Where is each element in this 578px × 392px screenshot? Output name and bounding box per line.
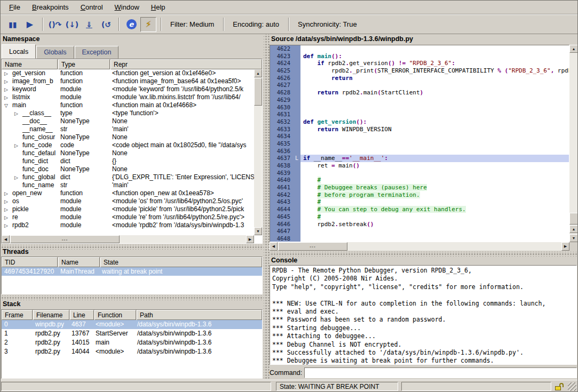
- goto-button[interactable]: ⇓: [81, 17, 97, 32]
- namespace-row[interactable]: ▷func_codecode<code object main at 0x180…: [2, 141, 254, 149]
- scroll-right-icon[interactable]: ▶: [561, 242, 569, 251]
- collapsed-arrow-icon[interactable]: ▷: [4, 86, 12, 93]
- scroll-left-icon[interactable]: ◀: [2, 235, 10, 243]
- encoding-button[interactable]: e: [123, 17, 139, 32]
- scroll-up-icon[interactable]: ▲: [254, 69, 262, 77]
- collapsed-arrow-icon[interactable]: ▷: [14, 110, 22, 117]
- source-vscroll-thumb[interactable]: [569, 213, 578, 225]
- stack-frame-row[interactable]: 2rpdb2.py14015main/data/sys/bin/winpdb-1…: [2, 338, 262, 347]
- column-header-type[interactable]: Type: [58, 59, 110, 69]
- source-line[interactable]: 4631: [270, 111, 569, 118]
- collapsed-arrow-icon[interactable]: ▷: [4, 70, 12, 77]
- collapsed-arrow-icon[interactable]: ▷: [4, 198, 12, 205]
- namespace-row[interactable]: func_defaulNoneTypeNone: [2, 149, 254, 157]
- column-header-state[interactable]: State: [100, 257, 262, 267]
- source-line[interactable]: 4645 #: [270, 213, 569, 221]
- namespace-row[interactable]: ▷keywordmodule<module 'keyword' from '/u…: [2, 85, 254, 93]
- source-vscrollbar[interactable]: ▲ ▲ ▼: [569, 45, 578, 242]
- namespace-row[interactable]: ▷listmixmodule<module 'wx.lib.mixins.lis…: [2, 93, 254, 101]
- namespace-row[interactable]: ▷__class__type<type 'function'>: [2, 109, 254, 117]
- source-line[interactable]: 4648: [270, 235, 569, 242]
- source-line[interactable]: 4646 rpdb2.setbreak(): [270, 221, 569, 228]
- namespace-row[interactable]: ▷image_from_bfunction<function image_fro…: [2, 77, 254, 85]
- threads-sash[interactable]: [0, 245, 264, 250]
- namespace-row[interactable]: ▷picklemodule<module 'pickle' from '/usr…: [2, 205, 254, 213]
- collapsed-arrow-icon[interactable]: ▷: [4, 206, 12, 213]
- column-header-filename[interactable]: Filename: [33, 310, 69, 320]
- menu-item-control[interactable]: Control: [75, 1, 109, 14]
- source-line[interactable]: 4634: [270, 133, 569, 140]
- namespace-row[interactable]: func_namestr'main': [2, 181, 254, 189]
- namespace-row[interactable]: ▽mainfunction<function main at 0x1ef4668…: [2, 101, 254, 109]
- source-line[interactable]: 4624 if rpdb2.get_version() != "RPDB_2_3…: [270, 60, 569, 67]
- column-header-function[interactable]: Function: [94, 310, 136, 320]
- source-line[interactable]: 4632def get_version():: [270, 118, 569, 126]
- go-button[interactable]: ▶: [22, 17, 38, 32]
- namespace-vscrollbar[interactable]: ▲ ▼: [254, 69, 262, 235]
- menu-item-breakpoints[interactable]: Breakpoints: [26, 1, 75, 14]
- scroll-down-icon[interactable]: ▼: [254, 227, 262, 235]
- column-header-tid[interactable]: TID: [2, 257, 58, 267]
- namespace-row[interactable]: ▷get_versionfunction<function get_versio…: [2, 69, 254, 77]
- scroll-right-icon[interactable]: ▶: [246, 235, 254, 243]
- namespace-row[interactable]: ▷open_newfunction<function open_new at 0…: [2, 189, 254, 197]
- source-line[interactable]: 4644 # You can step to debug any exit ha…: [270, 206, 569, 213]
- source-line[interactable]: 4640 #: [270, 177, 569, 184]
- namespace-hscroll-thumb[interactable]: •••: [10, 235, 120, 243]
- main-splitter[interactable]: [264, 34, 270, 380]
- stack-frame-row[interactable]: 1rpdb2.py13767StartServer/data/sys/bin/w…: [2, 329, 262, 338]
- stack-frame-row[interactable]: 0winpdb.py4637<module>/data/sys/bin/winp…: [2, 320, 262, 329]
- console-output[interactable]: RPDB - The Remote Python Debugger, versi…: [270, 265, 577, 365]
- expanded-arrow-icon[interactable]: ▽: [4, 102, 12, 109]
- collapsed-arrow-icon[interactable]: ▷: [4, 214, 12, 221]
- source-line[interactable]: 4639: [270, 170, 569, 177]
- step-over-button[interactable]: ()↷: [47, 17, 63, 32]
- resize-grip[interactable]: [568, 382, 576, 391]
- menu-item-help[interactable]: Help: [145, 1, 171, 14]
- command-input[interactable]: [304, 367, 577, 378]
- namespace-row[interactable]: ▷osmodule<module 'os' from '/usr/lib64/p…: [2, 197, 254, 205]
- source-line[interactable]: 4628 return rpdb2.main(StartClient): [270, 89, 569, 97]
- source-line[interactable]: 4637Lif __name__=='__main__':: [270, 155, 569, 162]
- collapsed-arrow-icon[interactable]: ▷: [14, 174, 22, 181]
- menu-item-file[interactable]: File: [3, 1, 26, 14]
- namespace-hscrollbar[interactable]: ◀ ••• ▶: [2, 235, 254, 243]
- column-header-repr[interactable]: Repr: [110, 59, 262, 69]
- source-line[interactable]: 4629: [270, 97, 569, 104]
- source-line[interactable]: 4626 return: [270, 75, 569, 82]
- source-hscroll-thumb[interactable]: •••: [278, 242, 347, 251]
- namespace-vscroll-thumb[interactable]: [254, 78, 262, 106]
- stack-sash[interactable]: [0, 295, 264, 300]
- source-line[interactable]: 4625 rpdb2._print(STR_ERROR_INTERFACE_CO…: [270, 67, 569, 75]
- scroll-down-icon[interactable]: ▼: [569, 234, 578, 242]
- source-line[interactable]: 4641 # Debuggee breaks (pauses) here: [270, 184, 569, 191]
- source-line[interactable]: 4623def main():: [270, 53, 569, 60]
- source-line[interactable]: 4636: [270, 148, 569, 155]
- scroll-left-icon[interactable]: ◀: [270, 242, 278, 251]
- collapsed-arrow-icon[interactable]: ▷: [4, 222, 12, 229]
- column-header-path[interactable]: Path: [137, 310, 262, 320]
- tab-locals[interactable]: Locals: [2, 44, 36, 59]
- synchronicity-button[interactable]: ⚡: [140, 17, 156, 32]
- stack-frame-row[interactable]: 3rpdb2.py14044<module>/data/sys/bin/winp…: [2, 347, 262, 356]
- column-header-name[interactable]: Name: [2, 59, 58, 69]
- collapsed-arrow-icon[interactable]: ▷: [4, 78, 12, 85]
- collapsed-arrow-icon[interactable]: ▷: [4, 94, 12, 101]
- source-line[interactable]: 4642 # before program termination.: [270, 191, 569, 199]
- source-view[interactable]: 46224623def main():4624 if rpdb2.get_ver…: [270, 45, 569, 242]
- thread-row[interactable]: 46974534127920MainThreadwaiting at break…: [2, 267, 262, 276]
- tab-globals[interactable]: Globals: [36, 46, 74, 59]
- column-header-frame[interactable]: Frame: [2, 310, 33, 320]
- scroll-up-icon[interactable]: ▲: [569, 45, 578, 53]
- collapsed-arrow-icon[interactable]: ▷: [4, 190, 12, 197]
- namespace-row[interactable]: func_dictdict{}: [2, 157, 254, 165]
- step-return-button[interactable]: (↺: [98, 17, 114, 32]
- source-line[interactable]: 4627: [270, 82, 569, 89]
- menu-item-window[interactable]: Window: [109, 1, 145, 14]
- tab-exception[interactable]: Exception: [75, 46, 119, 59]
- source-line[interactable]: 4643 #: [270, 198, 569, 206]
- namespace-row[interactable]: func_closurNoneTypeNone: [2, 133, 254, 141]
- source-line[interactable]: 4622: [270, 45, 569, 53]
- step-into-button[interactable]: (↓): [64, 17, 80, 32]
- column-header-name[interactable]: Name: [58, 257, 100, 267]
